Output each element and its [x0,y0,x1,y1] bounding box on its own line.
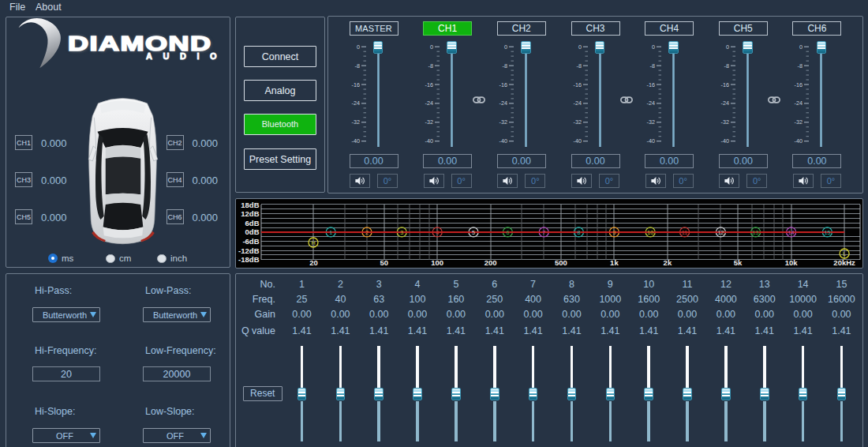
svg-text:-40: -40 [720,137,728,145]
svg-text:-32: -32 [720,118,728,126]
svg-text:-32: -32 [351,118,359,126]
svg-text:-8: -8 [428,62,433,69]
svg-text:5k: 5k [733,258,742,267]
svg-text:10k: 10k [784,258,798,267]
svg-text:-24: -24 [499,100,507,107]
svg-text:-32: -32 [425,118,433,126]
svg-text:L: L [843,250,846,257]
svg-text:-8: -8 [502,62,507,69]
svg-text:-8: -8 [724,62,728,69]
svg-text:-16: -16 [720,81,728,88]
svg-text:0: 0 [430,43,433,51]
svg-text:-6dB: -6dB [242,237,259,246]
svg-text:-24: -24 [351,100,359,107]
svg-text:0dB: 0dB [245,227,259,236]
svg-text:20kHz: 20kHz [833,258,855,267]
svg-text:-16: -16 [351,81,359,88]
svg-text:0: 0 [578,43,582,51]
svg-text:-16: -16 [573,81,581,88]
svg-text:-40: -40 [425,137,433,145]
svg-text:18dB: 18dB [241,201,259,209]
svg-text:-16: -16 [499,81,507,88]
svg-text:-24: -24 [795,100,803,107]
svg-text:-32: -32 [573,118,581,126]
svg-text:6dB: 6dB [245,219,259,227]
svg-text:-12dB: -12dB [238,246,260,255]
svg-text:-18dB: -18dB [238,255,260,264]
svg-text:14: 14 [788,229,794,236]
svg-text:-24: -24 [573,100,581,107]
svg-text:-8: -8 [798,62,803,69]
svg-text:-8: -8 [576,62,581,69]
svg-text:7: 7 [542,229,545,236]
svg-text:10: 10 [647,229,653,236]
svg-text:12dB: 12dB [241,209,259,218]
svg-text:-40: -40 [499,137,507,145]
svg-text:11: 11 [681,229,687,236]
svg-text:-32: -32 [795,118,803,126]
svg-text:15: 15 [824,229,830,236]
svg-text:-8: -8 [354,62,359,69]
svg-text:-40: -40 [573,137,581,145]
svg-text:1k: 1k [610,258,619,267]
svg-text:0: 0 [652,43,655,51]
svg-text:-40: -40 [647,137,655,145]
svg-text:500: 500 [554,258,567,267]
svg-text:0: 0 [357,43,360,51]
svg-text:-24: -24 [647,100,655,107]
svg-text:5: 5 [472,229,475,236]
svg-text:9: 9 [612,229,615,236]
svg-text:0: 0 [726,43,729,51]
svg-text:100: 100 [431,258,443,267]
svg-text:-40: -40 [795,137,803,145]
svg-text:50: 50 [380,258,388,267]
svg-text:13: 13 [752,229,758,236]
svg-text:-32: -32 [647,118,655,126]
svg-text:-16: -16 [425,81,433,88]
svg-text:0: 0 [799,43,803,51]
svg-text:-24: -24 [720,100,728,107]
svg-text:20: 20 [309,258,318,267]
svg-text:-32: -32 [499,118,507,126]
svg-text:1: 1 [329,229,332,236]
svg-text:-16: -16 [795,81,803,88]
svg-text:2k: 2k [663,258,672,267]
svg-text:8: 8 [577,229,580,236]
svg-text:0: 0 [504,43,507,51]
svg-text:H: H [311,239,315,246]
svg-text:-16: -16 [647,81,655,88]
svg-text:2: 2 [365,229,369,236]
svg-text:3: 3 [400,229,403,236]
svg-text:4: 4 [436,229,439,236]
svg-text:200: 200 [484,258,496,267]
svg-text:6: 6 [506,229,509,236]
svg-text:-8: -8 [650,62,655,69]
svg-text:-40: -40 [351,137,359,145]
svg-text:-24: -24 [425,100,433,107]
svg-text:12: 12 [717,229,724,236]
